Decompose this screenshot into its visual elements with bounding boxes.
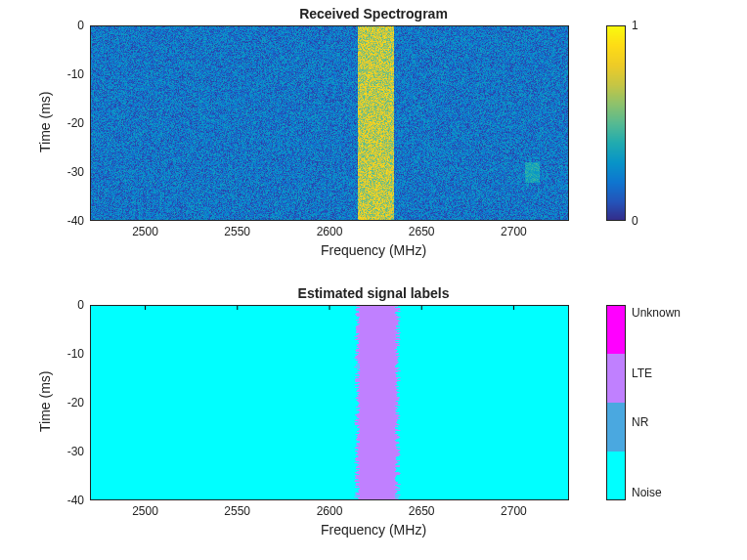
spectrogram-cbar-tick: 1 [632,19,638,32]
labels-ytick: -30 [55,445,84,458]
labels-cbar-label-nr: NR [632,415,648,429]
spectrogram-panel: Received Spectrogram 0 -10 -20 -30 -40 2… [0,0,747,280]
labels-ytick: -20 [55,396,84,409]
labels-title: Estimated signal labels [0,285,747,301]
labels-ytick: 0 [55,298,84,312]
labels-xtick: 2550 [224,504,250,518]
spectrogram-cbar-tick: 0 [632,214,638,228]
spectrogram-ytick: -40 [55,214,84,228]
labels-cbar-label-noise: Noise [632,486,662,499]
spectrogram-xtick: 2500 [132,225,158,238]
spectrogram-xtick: 2600 [317,225,343,238]
labels-panel: Estimated signal labels 0 -10 -20 -30 -4… [0,280,747,560]
spectrogram-xtick: 2700 [501,225,527,238]
labels-xtick: 2600 [317,504,343,518]
labels-cbar-label-unknown: Unknown [632,306,681,320]
spectrogram-ytick: -10 [55,67,84,81]
spectrogram-ytick: -30 [55,165,84,179]
spectrogram-colorbar [606,25,626,221]
labels-cbar-label-lte: LTE [632,366,652,380]
spectrogram-ytick: 0 [55,19,84,32]
labels-xtick: 2500 [132,504,158,518]
labels-xtick: 2650 [409,504,435,518]
labels-image [90,305,569,500]
spectrogram-image [90,25,569,221]
labels-ytick: -40 [55,494,84,507]
spectrogram-xlabel: Frequency (MHz) [0,242,747,258]
labels-xtick: 2700 [501,504,527,518]
labels-colorbar [606,305,626,500]
labels-ylabel: Time (ms) [37,371,53,432]
spectrogram-ylabel: Time (ms) [37,92,53,152]
labels-ytick: -10 [55,347,84,361]
spectrogram-xtick: 2650 [409,225,435,238]
spectrogram-ytick: -20 [55,116,84,130]
spectrogram-xtick: 2550 [224,225,250,238]
labels-xlabel: Frequency (MHz) [0,522,747,538]
